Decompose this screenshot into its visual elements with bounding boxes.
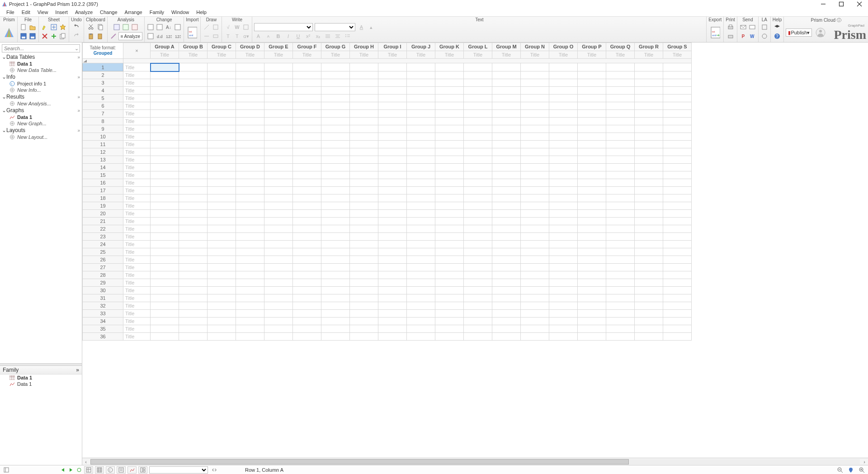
data-cell[interactable] — [179, 118, 208, 125]
nav-section-info[interactable]: ⌄Info» — [0, 73, 82, 81]
data-cell[interactable] — [635, 79, 663, 87]
data-cell[interactable] — [151, 125, 179, 133]
data-cell[interactable] — [435, 133, 464, 141]
data-cell[interactable] — [492, 233, 521, 241]
data-cell[interactable] — [407, 87, 435, 95]
data-cell[interactable] — [293, 294, 321, 302]
data-cell[interactable] — [350, 95, 378, 102]
data-cell[interactable] — [578, 187, 606, 194]
italic-icon[interactable]: I — [284, 32, 292, 40]
data-cell[interactable] — [464, 241, 492, 248]
data-cell[interactable] — [492, 248, 521, 256]
data-cell[interactable] — [151, 95, 179, 102]
data-cell[interactable] — [663, 287, 692, 294]
data-cell[interactable] — [321, 71, 350, 79]
data-cell[interactable] — [606, 287, 635, 294]
data-cell[interactable] — [264, 294, 293, 302]
group-header[interactable]: Group G — [321, 43, 350, 51]
data-cell[interactable] — [521, 279, 549, 287]
data-cell[interactable] — [435, 264, 464, 271]
row-number[interactable]: 10 — [83, 133, 123, 141]
data-cell[interactable] — [663, 102, 692, 110]
data-cell[interactable] — [407, 187, 435, 194]
data-cell[interactable] — [264, 110, 293, 118]
row-number[interactable]: 5 — [83, 95, 123, 102]
data-cell[interactable] — [492, 318, 521, 325]
data-cell[interactable] — [407, 241, 435, 248]
data-cell[interactable] — [549, 125, 578, 133]
data-cell[interactable] — [179, 287, 208, 294]
menu-window[interactable]: Window — [168, 9, 193, 16]
data-cell[interactable] — [663, 264, 692, 271]
data-cell[interactable] — [236, 241, 264, 248]
data-cell[interactable] — [521, 325, 549, 333]
data-cell[interactable] — [521, 156, 549, 164]
data-cell[interactable] — [578, 310, 606, 318]
data-cell[interactable] — [492, 271, 521, 279]
data-cell[interactable] — [321, 148, 350, 156]
data-cell[interactable] — [578, 279, 606, 287]
data-cell[interactable] — [179, 79, 208, 87]
data-cell[interactable] — [435, 95, 464, 102]
data-cell[interactable] — [151, 171, 179, 179]
data-cell[interactable] — [606, 271, 635, 279]
data-cell[interactable] — [208, 95, 236, 102]
data-cell[interactable] — [578, 287, 606, 294]
data-cell[interactable] — [264, 202, 293, 210]
data-cell[interactable] — [378, 71, 407, 79]
data-cell[interactable] — [435, 202, 464, 210]
change-icon-5[interactable] — [146, 32, 155, 40]
horizontal-scrollbar[interactable]: ‹ › — [82, 458, 868, 465]
data-cell[interactable] — [264, 302, 293, 310]
data-cell[interactable] — [464, 156, 492, 164]
row-number[interactable]: 29 — [83, 279, 123, 287]
data-cell[interactable] — [464, 302, 492, 310]
nav-next-icon[interactable] — [68, 467, 74, 473]
data-cell[interactable] — [208, 210, 236, 218]
data-cell[interactable] — [663, 156, 692, 164]
data-cell[interactable] — [578, 194, 606, 202]
data-cell[interactable] — [407, 210, 435, 218]
data-cell[interactable] — [179, 233, 208, 241]
data-cell[interactable] — [236, 79, 264, 87]
data-cell[interactable] — [578, 218, 606, 225]
data-cell[interactable] — [464, 179, 492, 187]
data-cell[interactable] — [350, 148, 378, 156]
data-cell[interactable] — [179, 210, 208, 218]
family-item[interactable]: Data 1 — [0, 374, 82, 381]
data-cell[interactable] — [492, 264, 521, 271]
group-header[interactable]: Group F — [293, 43, 321, 51]
data-cell[interactable] — [578, 294, 606, 302]
data-cell[interactable] — [663, 241, 692, 248]
data-cell[interactable] — [549, 148, 578, 156]
row-number[interactable]: 6 — [83, 102, 123, 110]
row-number[interactable]: 4 — [83, 87, 123, 95]
row-number[interactable]: 21 — [83, 218, 123, 225]
send-word-icon[interactable]: W — [748, 32, 756, 40]
star-sheet-icon[interactable] — [59, 23, 67, 31]
view-layout-icon[interactable] — [138, 466, 147, 474]
data-cell[interactable] — [208, 333, 236, 341]
search-box[interactable]: ⌄ — [2, 44, 80, 52]
word-icon[interactable]: W — [233, 23, 241, 31]
group-header[interactable]: Group R — [635, 43, 663, 51]
data-cell[interactable] — [521, 148, 549, 156]
data-cell[interactable] — [492, 118, 521, 125]
data-cell[interactable] — [578, 318, 606, 325]
data-cell[interactable] — [635, 225, 663, 233]
group-header[interactable]: Group Q — [606, 43, 635, 51]
row-number[interactable]: 24 — [83, 241, 123, 248]
draw-rect-icon[interactable] — [212, 32, 220, 40]
data-cell[interactable] — [179, 102, 208, 110]
data-cell[interactable] — [578, 248, 606, 256]
data-cell[interactable] — [549, 256, 578, 264]
send-2-icon[interactable] — [748, 23, 756, 31]
data-cell[interactable] — [606, 79, 635, 87]
data-cell[interactable] — [492, 102, 521, 110]
data-cell[interactable] — [293, 225, 321, 233]
data-cell[interactable] — [606, 233, 635, 241]
data-cell[interactable] — [521, 133, 549, 141]
data-cell[interactable] — [635, 210, 663, 218]
data-cell[interactable] — [549, 110, 578, 118]
data-cell[interactable] — [521, 318, 549, 325]
